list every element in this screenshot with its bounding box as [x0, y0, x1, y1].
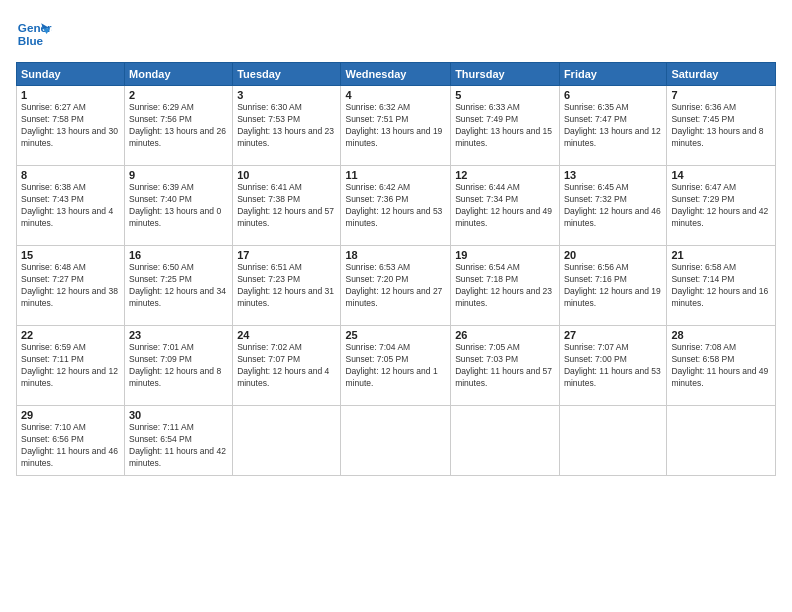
col-wednesday: Wednesday [341, 63, 451, 86]
table-row: 21 Sunrise: 6:58 AM Sunset: 7:14 PM Dayl… [667, 246, 776, 326]
day-number: 21 [671, 249, 771, 261]
day-number: 23 [129, 329, 228, 341]
day-number: 20 [564, 249, 662, 261]
day-number: 27 [564, 329, 662, 341]
svg-text:Blue: Blue [18, 34, 44, 47]
table-row: 7 Sunrise: 6:36 AM Sunset: 7:45 PM Dayli… [667, 86, 776, 166]
col-tuesday: Tuesday [233, 63, 341, 86]
day-number: 11 [345, 169, 446, 181]
table-row: 22 Sunrise: 6:59 AM Sunset: 7:11 PM Dayl… [17, 326, 125, 406]
table-row [233, 406, 341, 476]
day-info: Sunrise: 6:33 AM Sunset: 7:49 PM Dayligh… [455, 102, 555, 150]
day-info: Sunrise: 7:11 AM Sunset: 6:54 PM Dayligh… [129, 422, 228, 470]
day-info: Sunrise: 7:07 AM Sunset: 7:00 PM Dayligh… [564, 342, 662, 390]
calendar-week-row: 1 Sunrise: 6:27 AM Sunset: 7:58 PM Dayli… [17, 86, 776, 166]
day-number: 13 [564, 169, 662, 181]
day-number: 12 [455, 169, 555, 181]
table-row [341, 406, 451, 476]
day-number: 25 [345, 329, 446, 341]
table-row: 20 Sunrise: 6:56 AM Sunset: 7:16 PM Dayl… [559, 246, 666, 326]
day-number: 15 [21, 249, 120, 261]
col-saturday: Saturday [667, 63, 776, 86]
day-info: Sunrise: 6:53 AM Sunset: 7:20 PM Dayligh… [345, 262, 446, 310]
page: General Blue Sunday Monday Tuesday Wedne… [0, 0, 792, 612]
day-info: Sunrise: 6:38 AM Sunset: 7:43 PM Dayligh… [21, 182, 120, 230]
table-row: 18 Sunrise: 6:53 AM Sunset: 7:20 PM Dayl… [341, 246, 451, 326]
table-row: 24 Sunrise: 7:02 AM Sunset: 7:07 PM Dayl… [233, 326, 341, 406]
table-row: 6 Sunrise: 6:35 AM Sunset: 7:47 PM Dayli… [559, 86, 666, 166]
day-info: Sunrise: 7:10 AM Sunset: 6:56 PM Dayligh… [21, 422, 120, 470]
day-number: 4 [345, 89, 446, 101]
header: General Blue [16, 16, 776, 52]
day-number: 28 [671, 329, 771, 341]
col-sunday: Sunday [17, 63, 125, 86]
day-number: 14 [671, 169, 771, 181]
day-number: 22 [21, 329, 120, 341]
day-number: 2 [129, 89, 228, 101]
table-row: 13 Sunrise: 6:45 AM Sunset: 7:32 PM Dayl… [559, 166, 666, 246]
table-row: 16 Sunrise: 6:50 AM Sunset: 7:25 PM Dayl… [125, 246, 233, 326]
day-info: Sunrise: 6:41 AM Sunset: 7:38 PM Dayligh… [237, 182, 336, 230]
calendar: Sunday Monday Tuesday Wednesday Thursday… [16, 62, 776, 476]
col-friday: Friday [559, 63, 666, 86]
table-row: 29 Sunrise: 7:10 AM Sunset: 6:56 PM Dayl… [17, 406, 125, 476]
table-row: 12 Sunrise: 6:44 AM Sunset: 7:34 PM Dayl… [451, 166, 560, 246]
day-info: Sunrise: 6:29 AM Sunset: 7:56 PM Dayligh… [129, 102, 228, 150]
table-row: 23 Sunrise: 7:01 AM Sunset: 7:09 PM Dayl… [125, 326, 233, 406]
table-row: 30 Sunrise: 7:11 AM Sunset: 6:54 PM Dayl… [125, 406, 233, 476]
calendar-week-row: 29 Sunrise: 7:10 AM Sunset: 6:56 PM Dayl… [17, 406, 776, 476]
logo: General Blue [16, 16, 52, 52]
table-row: 26 Sunrise: 7:05 AM Sunset: 7:03 PM Dayl… [451, 326, 560, 406]
day-info: Sunrise: 6:45 AM Sunset: 7:32 PM Dayligh… [564, 182, 662, 230]
day-number: 7 [671, 89, 771, 101]
day-info: Sunrise: 6:42 AM Sunset: 7:36 PM Dayligh… [345, 182, 446, 230]
table-row [667, 406, 776, 476]
day-info: Sunrise: 7:01 AM Sunset: 7:09 PM Dayligh… [129, 342, 228, 390]
day-info: Sunrise: 6:39 AM Sunset: 7:40 PM Dayligh… [129, 182, 228, 230]
table-row: 11 Sunrise: 6:42 AM Sunset: 7:36 PM Dayl… [341, 166, 451, 246]
table-row: 2 Sunrise: 6:29 AM Sunset: 7:56 PM Dayli… [125, 86, 233, 166]
day-number: 8 [21, 169, 120, 181]
day-number: 1 [21, 89, 120, 101]
day-info: Sunrise: 7:05 AM Sunset: 7:03 PM Dayligh… [455, 342, 555, 390]
day-number: 29 [21, 409, 120, 421]
day-info: Sunrise: 6:56 AM Sunset: 7:16 PM Dayligh… [564, 262, 662, 310]
day-info: Sunrise: 6:50 AM Sunset: 7:25 PM Dayligh… [129, 262, 228, 310]
day-number: 24 [237, 329, 336, 341]
table-row: 17 Sunrise: 6:51 AM Sunset: 7:23 PM Dayl… [233, 246, 341, 326]
table-row: 19 Sunrise: 6:54 AM Sunset: 7:18 PM Dayl… [451, 246, 560, 326]
table-row: 27 Sunrise: 7:07 AM Sunset: 7:00 PM Dayl… [559, 326, 666, 406]
day-number: 3 [237, 89, 336, 101]
day-info: Sunrise: 6:30 AM Sunset: 7:53 PM Dayligh… [237, 102, 336, 150]
calendar-week-row: 22 Sunrise: 6:59 AM Sunset: 7:11 PM Dayl… [17, 326, 776, 406]
day-info: Sunrise: 6:27 AM Sunset: 7:58 PM Dayligh… [21, 102, 120, 150]
table-row [451, 406, 560, 476]
day-info: Sunrise: 6:54 AM Sunset: 7:18 PM Dayligh… [455, 262, 555, 310]
day-number: 10 [237, 169, 336, 181]
day-info: Sunrise: 7:04 AM Sunset: 7:05 PM Dayligh… [345, 342, 446, 390]
day-number: 30 [129, 409, 228, 421]
day-number: 19 [455, 249, 555, 261]
table-row: 8 Sunrise: 6:38 AM Sunset: 7:43 PM Dayli… [17, 166, 125, 246]
col-thursday: Thursday [451, 63, 560, 86]
table-row: 25 Sunrise: 7:04 AM Sunset: 7:05 PM Dayl… [341, 326, 451, 406]
day-number: 5 [455, 89, 555, 101]
table-row: 15 Sunrise: 6:48 AM Sunset: 7:27 PM Dayl… [17, 246, 125, 326]
day-info: Sunrise: 6:48 AM Sunset: 7:27 PM Dayligh… [21, 262, 120, 310]
day-info: Sunrise: 6:58 AM Sunset: 7:14 PM Dayligh… [671, 262, 771, 310]
day-info: Sunrise: 6:36 AM Sunset: 7:45 PM Dayligh… [671, 102, 771, 150]
table-row: 3 Sunrise: 6:30 AM Sunset: 7:53 PM Dayli… [233, 86, 341, 166]
day-number: 9 [129, 169, 228, 181]
table-row: 10 Sunrise: 6:41 AM Sunset: 7:38 PM Dayl… [233, 166, 341, 246]
day-info: Sunrise: 6:32 AM Sunset: 7:51 PM Dayligh… [345, 102, 446, 150]
day-number: 16 [129, 249, 228, 261]
logo-icon: General Blue [16, 16, 52, 52]
day-info: Sunrise: 6:35 AM Sunset: 7:47 PM Dayligh… [564, 102, 662, 150]
day-info: Sunrise: 6:59 AM Sunset: 7:11 PM Dayligh… [21, 342, 120, 390]
day-info: Sunrise: 6:44 AM Sunset: 7:34 PM Dayligh… [455, 182, 555, 230]
day-number: 18 [345, 249, 446, 261]
table-row: 28 Sunrise: 7:08 AM Sunset: 6:58 PM Dayl… [667, 326, 776, 406]
calendar-week-row: 8 Sunrise: 6:38 AM Sunset: 7:43 PM Dayli… [17, 166, 776, 246]
table-row: 4 Sunrise: 6:32 AM Sunset: 7:51 PM Dayli… [341, 86, 451, 166]
table-row [559, 406, 666, 476]
